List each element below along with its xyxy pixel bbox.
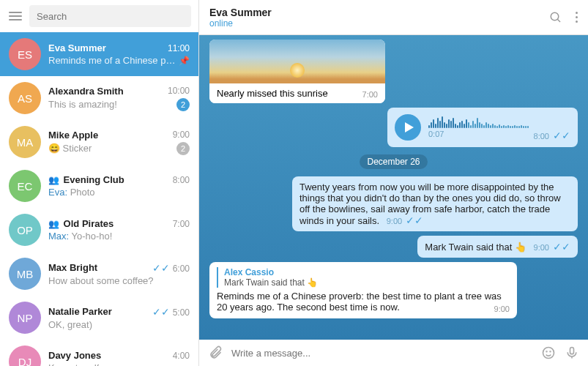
chat-item-2[interactable]: MAMike Apple9:00😄 Sticker2 xyxy=(0,120,198,164)
chat-item-6[interactable]: NPNatalie Parker✓✓ 5:00OK, great) xyxy=(0,296,198,340)
chat-item-3[interactable]: EC👥 Evening Club8:00Eva: Photo xyxy=(0,164,198,208)
message-area[interactable]: Nearly missed this sunrise 7:00 0:07 8:0… xyxy=(199,35,588,340)
avatar: DJ xyxy=(9,346,41,366)
voice-duration: 0:07 xyxy=(428,130,444,141)
avatar: NP xyxy=(9,302,41,334)
read-check-icon: ✓✓ xyxy=(152,306,170,318)
date-separator: December 26 xyxy=(360,154,427,169)
chat-item-5[interactable]: MBMax Bright✓✓ 6:00How about some coffee… xyxy=(0,252,198,296)
chat-time: ✓✓ 6:00 xyxy=(152,262,190,274)
image-time: 7:00 xyxy=(362,90,378,99)
chat-title[interactable]: Eva Summer xyxy=(209,7,272,18)
chat-name: 👥 Old Pirates xyxy=(48,218,113,229)
menu-icon[interactable] xyxy=(7,8,23,24)
message-in-proverb: Alex Cassio Mark Twain said that 👆 Remin… xyxy=(209,262,517,318)
search-icon[interactable] xyxy=(549,11,562,24)
sunrise-image xyxy=(209,40,385,83)
chat-name: Max Bright xyxy=(48,262,97,273)
chat-name: Alexandra Smith xyxy=(48,86,124,97)
proverb-text: Reminds me of a Chinese proverb: the bes… xyxy=(217,291,502,313)
chat-preview: Reminds me of a Chinese prover… xyxy=(48,55,176,66)
emoji-icon[interactable] xyxy=(541,346,556,360)
svg-line-1 xyxy=(557,19,560,22)
play-button[interactable] xyxy=(395,114,421,141)
twain-text: Mark Twain said that 👆 xyxy=(425,242,526,253)
chat-time: 8:00 xyxy=(173,175,190,185)
quote-text: Twenty years from now you will be more d… xyxy=(299,182,561,226)
image-caption: Nearly missed this sunrise xyxy=(217,88,328,99)
mic-icon[interactable] xyxy=(565,346,579,360)
chat-preview: Keynote.pdf xyxy=(48,362,99,366)
chat-time: 4:00 xyxy=(173,351,190,361)
group-icon: 👥 xyxy=(48,219,59,229)
message-out-twain: Mark Twain said that 👆 9:00 ✓✓ xyxy=(417,236,578,258)
avatar: AS xyxy=(9,82,41,114)
svg-point-2 xyxy=(543,348,554,359)
avatar: EC xyxy=(9,170,41,202)
chat-status: online xyxy=(209,18,272,29)
unread-badge: 2 xyxy=(176,98,190,111)
chat-time: 11:00 xyxy=(168,43,190,53)
chat-item-4[interactable]: OP👥 Old Pirates7:00Max: Yo-ho-ho! xyxy=(0,208,198,252)
pin-icon: 📌 xyxy=(179,56,190,66)
chat-preview: How about some coffee? xyxy=(48,275,154,286)
svg-rect-5 xyxy=(570,348,574,354)
sidebar: ESEva Summer11:00Reminds me of a Chinese… xyxy=(0,0,199,366)
composer xyxy=(199,340,588,366)
chat-item-1[interactable]: ASAlexandra Smith10:00This is amazing!2 xyxy=(0,76,198,120)
reply-sender: Alex Cassio xyxy=(224,267,510,277)
search-input[interactable] xyxy=(37,11,184,22)
chat-preview: This is amazing! xyxy=(48,99,117,110)
svg-point-4 xyxy=(550,351,551,352)
chat-preview: Eva: Photo xyxy=(48,187,95,198)
attach-icon[interactable] xyxy=(208,346,223,360)
message-voice-out: 0:07 8:00 ✓✓ xyxy=(387,108,578,147)
chat-name: 👥 Evening Club xyxy=(48,174,124,185)
proverb-time: 9:00 xyxy=(494,305,510,313)
chat-list[interactable]: ESEva Summer11:00Reminds me of a Chinese… xyxy=(0,32,198,366)
chat-preview: 😄 Sticker xyxy=(48,143,92,154)
avatar: OP xyxy=(9,214,41,246)
main-panel: Eva Summer online Nearly missed this sun… xyxy=(199,0,588,366)
voice-time: 8:00 xyxy=(534,132,549,141)
svg-point-0 xyxy=(551,12,559,20)
reply-preview[interactable]: Alex Cassio Mark Twain said that 👆 xyxy=(217,267,510,288)
message-image[interactable]: Nearly missed this sunrise 7:00 xyxy=(209,40,385,103)
chat-item-7[interactable]: DJDavy Jones4:00Keynote.pdf xyxy=(0,340,198,366)
chat-time: 9:00 xyxy=(173,130,190,140)
unread-badge: 2 xyxy=(176,142,190,155)
chat-time: 10:00 xyxy=(168,86,190,96)
chat-time: ✓✓ 5:00 xyxy=(152,306,190,318)
message-out-quote: Twenty years from now you will be more d… xyxy=(292,176,578,231)
chat-time: 7:00 xyxy=(173,219,190,229)
read-check-icon: ✓✓ xyxy=(152,262,170,274)
message-input[interactable] xyxy=(231,348,532,359)
read-check-icon: ✓✓ xyxy=(406,214,423,226)
chat-item-0[interactable]: ESEva Summer11:00Reminds me of a Chinese… xyxy=(0,32,198,76)
chat-name: Eva Summer xyxy=(48,42,106,53)
avatar: MB xyxy=(9,258,41,290)
avatar: MA xyxy=(9,126,41,158)
read-check-icon: ✓✓ xyxy=(553,241,570,253)
more-icon[interactable] xyxy=(576,12,578,23)
chat-name: Davy Jones xyxy=(48,350,101,361)
search-box[interactable] xyxy=(29,5,191,27)
chat-preview: OK, great) xyxy=(48,319,92,330)
chat-name: Natalie Parker xyxy=(48,306,112,317)
voice-waveform[interactable] xyxy=(428,113,570,128)
avatar: ES xyxy=(9,38,41,70)
svg-point-3 xyxy=(546,351,547,352)
sidebar-top xyxy=(0,0,198,32)
chat-preview: Max: Yo-ho-ho! xyxy=(48,231,112,242)
chat-name: Mike Apple xyxy=(48,130,98,141)
reply-text: Mark Twain said that 👆 xyxy=(224,277,510,288)
group-icon: 👥 xyxy=(48,175,59,185)
chat-header: Eva Summer online xyxy=(199,0,588,35)
read-check-icon: ✓✓ xyxy=(553,130,570,141)
